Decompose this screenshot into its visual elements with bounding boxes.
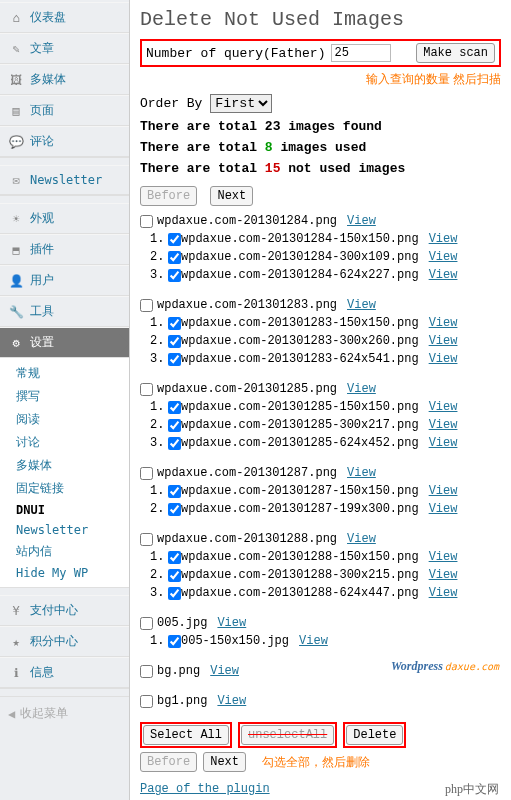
unselect-all-button[interactable]: unselectAll — [241, 725, 334, 745]
collapse-menu[interactable]: ◀ 收起菜单 — [0, 696, 129, 730]
pin-icon: ✎ — [8, 41, 24, 57]
view-link[interactable]: View — [347, 466, 376, 480]
file-sub-checkbox[interactable] — [168, 551, 181, 564]
sidebar-item-label: 插件 — [30, 241, 54, 258]
sidebar-sub-item[interactable]: 站内信 — [0, 540, 129, 563]
query-input[interactable] — [331, 44, 391, 62]
before-button[interactable]: Before — [140, 186, 197, 206]
file-checkbox[interactable] — [140, 665, 153, 678]
view-link[interactable]: View — [347, 532, 376, 546]
sidebar-item-users[interactable]: 👤用户 — [0, 265, 129, 296]
view-link[interactable]: View — [429, 418, 458, 432]
sidebar-item-dash[interactable]: ⌂仪表盘 — [0, 2, 129, 33]
sidebar-item-label: 用户 — [30, 272, 54, 289]
view-link[interactable]: View — [429, 232, 458, 246]
sidebar-sub-item[interactable]: 多媒体 — [0, 454, 129, 477]
users-icon: 👤 — [8, 273, 24, 289]
view-link[interactable]: View — [429, 502, 458, 516]
file-sub-checkbox[interactable] — [168, 485, 181, 498]
sidebar-item-mail[interactable]: ✉Newsletter — [0, 165, 129, 195]
view-link[interactable]: View — [347, 214, 376, 228]
view-link[interactable]: View — [210, 664, 239, 678]
view-link[interactable]: View — [429, 400, 458, 414]
sidebar-item-plugin[interactable]: ⬒插件 — [0, 234, 129, 265]
point-icon: ★ — [8, 634, 24, 650]
file-checkbox[interactable] — [140, 467, 153, 480]
sidebar-item-settings[interactable]: ⚙设置 — [0, 327, 129, 358]
order-by-row: Order By First — [140, 94, 501, 113]
sidebar-sub-item[interactable]: Newsletter — [0, 520, 129, 540]
file-sub-checkbox[interactable] — [168, 569, 181, 582]
sidebar-item-page[interactable]: ▤页面 — [0, 95, 129, 126]
make-scan-button[interactable]: Make scan — [416, 43, 495, 63]
view-link[interactable]: View — [429, 568, 458, 582]
view-link[interactable]: View — [299, 634, 328, 648]
order-by-select[interactable]: First — [210, 94, 272, 113]
mail-icon: ✉ — [8, 172, 24, 188]
view-link[interactable]: View — [429, 250, 458, 264]
sidebar-item-info[interactable]: ℹ信息 — [0, 657, 129, 688]
sidebar-item-tools[interactable]: 🔧工具 — [0, 296, 129, 327]
file-checkbox[interactable] — [140, 383, 153, 396]
plugin-page-link[interactable]: Page of the plugin — [140, 782, 270, 796]
view-link[interactable]: View — [429, 268, 458, 282]
sub-index: 3. — [150, 268, 168, 282]
file-sub-checkbox[interactable] — [168, 317, 181, 330]
file-sub-checkbox[interactable] — [168, 437, 181, 450]
order-by-label: Order By — [140, 96, 202, 111]
view-link[interactable]: View — [347, 382, 376, 396]
page-icon: ▤ — [8, 103, 24, 119]
sidebar-sub-item[interactable]: DNUI — [0, 500, 129, 520]
view-link[interactable]: View — [429, 316, 458, 330]
sidebar-sub-item[interactable]: 讨论 — [0, 431, 129, 454]
file-sub-checkbox[interactable] — [168, 269, 181, 282]
view-link[interactable]: View — [217, 616, 246, 630]
comment-icon: 💬 — [8, 134, 24, 150]
delete-button[interactable]: Delete — [346, 725, 403, 745]
view-link[interactable]: View — [429, 436, 458, 450]
sidebar-sub-item[interactable]: 固定链接 — [0, 477, 129, 500]
sidebar-sub-item[interactable]: Hide My WP — [0, 563, 129, 583]
file-sub-checkbox[interactable] — [168, 251, 181, 264]
file-group: wpdaxue.com-201301288.pngView1.wpdaxue.c… — [140, 530, 501, 602]
file-sub-checkbox[interactable] — [168, 335, 181, 348]
file-checkbox[interactable] — [140, 215, 153, 228]
view-link[interactable]: View — [429, 550, 458, 564]
file-sub-line: 1.wpdaxue.com-201301288-150x150.pngView — [150, 548, 501, 566]
view-link[interactable]: View — [429, 586, 458, 600]
select-all-button[interactable]: Select All — [143, 725, 229, 745]
file-sub-checkbox[interactable] — [168, 353, 181, 366]
sidebar-item-point[interactable]: ★积分中心 — [0, 626, 129, 657]
view-link[interactable]: View — [429, 484, 458, 498]
sidebar-item-label: 支付中心 — [30, 602, 78, 619]
next-button[interactable]: Next — [210, 186, 253, 206]
file-sub-checkbox[interactable] — [168, 233, 181, 246]
sidebar-sub-item[interactable]: 阅读 — [0, 408, 129, 431]
sidebar-item-media[interactable]: 🖼多媒体 — [0, 64, 129, 95]
sidebar-item-comment[interactable]: 💬评论 — [0, 126, 129, 157]
file-sub-checkbox[interactable] — [168, 635, 181, 648]
file-sub-checkbox[interactable] — [168, 401, 181, 414]
sidebar-item-pay[interactable]: ¥支付中心 — [0, 595, 129, 626]
sub-index: 1. — [150, 634, 168, 648]
sidebar-sub-item[interactable]: 撰写 — [0, 385, 129, 408]
file-sub-checkbox[interactable] — [168, 503, 181, 516]
file-checkbox[interactable] — [140, 695, 153, 708]
file-sub-checkbox[interactable] — [168, 587, 181, 600]
view-link[interactable]: View — [429, 334, 458, 348]
file-group: bg1.pngView — [140, 692, 501, 710]
sidebar-item-label: 工具 — [30, 303, 54, 320]
file-checkbox[interactable] — [140, 299, 153, 312]
before-button-bottom[interactable]: Before — [140, 752, 197, 772]
sidebar-item-pin[interactable]: ✎文章 — [0, 33, 129, 64]
next-button-bottom[interactable]: Next — [203, 752, 246, 772]
view-link[interactable]: View — [429, 352, 458, 366]
sidebar-sub-item[interactable]: 常规 — [0, 362, 129, 385]
file-sub-line: 1.wpdaxue.com-201301285-150x150.pngView — [150, 398, 501, 416]
view-link[interactable]: View — [217, 694, 246, 708]
file-checkbox[interactable] — [140, 617, 153, 630]
file-sub-checkbox[interactable] — [168, 419, 181, 432]
sidebar-item-appearance[interactable]: ☀外观 — [0, 203, 129, 234]
file-checkbox[interactable] — [140, 533, 153, 546]
view-link[interactable]: View — [347, 298, 376, 312]
